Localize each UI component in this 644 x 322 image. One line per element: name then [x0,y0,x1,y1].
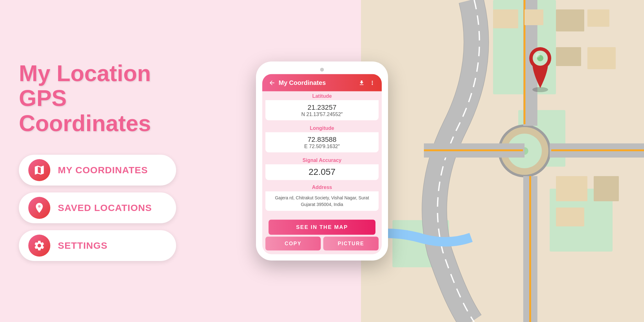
phone-notch [320,68,324,72]
svg-rect-17 [587,9,609,27]
svg-point-27 [536,53,540,58]
saved-locations-label: SAVED LOCATIONS [58,203,152,213]
title-line2: GPS Coordinates [19,86,151,136]
longitude-section: 72.83588 E 72.50′9.1632″ [265,132,379,153]
longitude-dms: E 72.50′9.1632″ [270,144,374,149]
svg-rect-15 [525,9,543,25]
phone-mockup: My Coordinates Latitude 21.23257 N 21.13… [256,62,388,261]
app-header: My Coordinates [262,74,382,92]
svg-rect-20 [556,176,587,201]
svg-rect-21 [594,176,619,201]
see-in-map-button[interactable]: SEE IN THE MAP [269,220,375,235]
phone-screen: My Coordinates Latitude 21.23257 N 21.13… [262,74,382,254]
signal-value: 22.057 [308,167,336,177]
map-icon [33,164,45,176]
address-section: Gajera rd, Chitrakut Society, Vishal Nag… [265,192,379,211]
longitude-decimal: 72.83588 [270,136,374,144]
copy-button[interactable]: COPY [265,237,321,251]
back-icon[interactable] [269,79,275,86]
signal-label: Signal Accuracy [265,158,379,163]
phone-body: My Coordinates Latitude 21.23257 N 21.13… [256,62,388,261]
title-line1: My Location [19,61,151,86]
latitude-section: 21.23257 N 21.13′57.24552″ [265,100,379,120]
longitude-label: Longitude [265,125,379,131]
svg-rect-16 [556,9,584,31]
pin-icon [33,202,45,214]
my-coordinates-icon-bg [28,159,50,181]
settings-icon-bg [28,235,50,257]
download-icon[interactable] [358,80,365,86]
address-line2: Gujarat 395004, India [270,201,374,208]
settings-label: SETTINGS [58,240,108,251]
svg-rect-14 [493,9,518,28]
settings-button[interactable]: SETTINGS [19,230,176,261]
my-coordinates-label: MY COORDINATES [58,165,148,175]
svg-rect-19 [587,47,616,69]
svg-rect-22 [556,208,584,226]
gear-icon [33,240,45,252]
saved-locations-icon-bg [28,197,50,219]
menu-buttons: MY COORDINATES SAVED LOCATIONS SETTINGS [19,155,176,261]
latitude-decimal: 21.23257 [270,103,374,112]
header-left: My Coordinates [269,79,326,86]
bottom-buttons: COPY PICTURE [265,237,379,251]
header-title: My Coordinates [279,79,326,86]
signal-section: 22.057 [265,164,379,180]
more-icon[interactable] [369,80,375,86]
left-panel: My Location GPS Coordinates MY COORDINAT… [0,0,182,322]
address-label: Address [265,185,379,190]
address-line1: Gajera rd, Chitrakut Society, Vishal Nag… [270,195,374,201]
saved-locations-button[interactable]: SAVED LOCATIONS [19,192,176,223]
header-icons [358,80,375,86]
see-map-container: SEE IN THE MAP [262,214,382,237]
svg-rect-18 [556,47,581,66]
latitude-dms: N 21.13′57.24552″ [270,112,374,117]
app-title: My Location GPS Coordinates [19,61,182,136]
picture-button[interactable]: PICTURE [323,237,379,251]
latitude-label: Latitude [265,93,379,99]
my-coordinates-button[interactable]: MY COORDINATES [19,155,176,186]
svg-point-28 [38,205,41,208]
